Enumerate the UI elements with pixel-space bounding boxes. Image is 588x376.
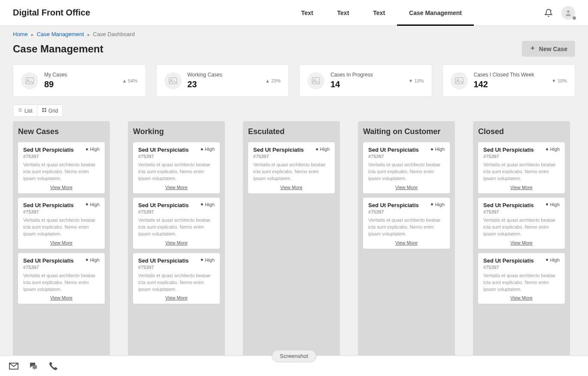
case-description: Veritatis et quasi architecto beatae ict… (138, 162, 215, 182)
case-title: Sed Ut Perspiciatis (368, 202, 419, 208)
case-id: #75397 (483, 209, 560, 214)
chat-icon[interactable] (28, 361, 39, 371)
kanban-column: Waiting on Customer Sed Ut Perspiciatis … (358, 121, 455, 357)
view-more-link[interactable]: View More (138, 185, 215, 190)
case-description: Veritatis et quasi architecto beatae ict… (253, 162, 330, 182)
priority-dot-icon (431, 148, 433, 150)
case-title: Sed Ut Perspiciatis (138, 147, 189, 153)
svg-rect-17 (42, 110, 44, 112)
priority-dot-icon (201, 203, 203, 205)
view-more-link[interactable]: View More (483, 295, 560, 300)
case-title: Sed Ut Perspiciatis (483, 257, 534, 264)
nav-right: TextTextTextCase Management (289, 0, 575, 26)
notifications-icon[interactable] (543, 7, 555, 19)
stat-value: 142 (474, 79, 546, 89)
view-list-button[interactable]: List (13, 105, 37, 116)
page-title: Case Management (13, 43, 103, 55)
priority-badge: High (201, 147, 215, 152)
image-placeholder-icon (164, 72, 182, 89)
case-id: #75397 (23, 265, 100, 270)
plus-icon (530, 45, 536, 52)
svg-point-1 (567, 10, 570, 13)
case-description: Veritatis et quasi architecto beatae ict… (138, 217, 215, 238)
priority-label: High (90, 147, 100, 152)
nav-item-text[interactable]: Text (325, 0, 361, 26)
case-card[interactable]: Sed Ut Perspiciatis High #75397 Veritati… (18, 198, 105, 249)
screenshot-chip[interactable]: Screenshot (272, 350, 316, 362)
new-case-label: New Case (539, 46, 567, 52)
case-id: #75397 (138, 154, 215, 159)
svg-rect-15 (42, 108, 44, 110)
view-more-link[interactable]: View More (368, 240, 445, 245)
priority-label: High (205, 257, 215, 263)
priority-dot-icon (546, 148, 548, 150)
case-card[interactable]: Sed Ut Perspiciatis High #75397 Veritati… (478, 253, 565, 304)
stat-value: 14 (330, 79, 403, 89)
new-case-button[interactable]: New Case (522, 41, 575, 57)
mail-icon[interactable] (9, 361, 19, 371)
stat-change-value: 13% (414, 78, 424, 83)
case-card[interactable]: Sed Ut Perspiciatis High #75397 Veritati… (363, 142, 450, 193)
phone-icon[interactable] (48, 361, 58, 371)
svg-rect-16 (45, 108, 46, 110)
view-more-link[interactable]: View More (483, 240, 560, 245)
stat-card[interactable]: Working Cases 23 ▲ 23% (156, 64, 289, 97)
bottom-bar: Screenshot (0, 355, 588, 376)
case-title: Sed Ut Perspiciatis (483, 147, 534, 153)
priority-badge: High (316, 147, 330, 152)
nav-item-text[interactable]: Text (289, 0, 325, 26)
priority-badge: High (86, 257, 100, 263)
case-id: #75397 (483, 154, 560, 159)
priority-badge: High (201, 257, 215, 263)
view-more-link[interactable]: View More (253, 185, 330, 190)
view-more-link[interactable]: View More (483, 185, 560, 190)
priority-badge: High (546, 202, 560, 207)
priority-label: High (435, 147, 445, 152)
case-id: #75397 (368, 154, 445, 159)
image-placeholder-icon (307, 72, 324, 89)
case-card[interactable]: Sed Ut Perspiciatis High #75397 Veritati… (478, 142, 565, 193)
stat-card[interactable]: Cases In Progress 14 ▼ 13% (299, 64, 432, 97)
case-card[interactable]: Sed Ut Perspiciatis High #75397 Veritati… (478, 198, 565, 249)
view-toggle: List Grid (0, 104, 588, 121)
case-card[interactable]: Sed Ut Perspiciatis High #75397 Veritati… (133, 253, 220, 304)
nav-item-text[interactable]: Text (361, 0, 397, 26)
view-more-link[interactable]: View More (23, 185, 100, 190)
stat-value: 89 (44, 79, 116, 89)
case-id: #75397 (368, 209, 445, 214)
stat-change-value: 23% (271, 78, 281, 83)
caret-down-icon: ▼ (409, 78, 413, 83)
breadcrumb-case-management[interactable]: Case Management (37, 31, 84, 37)
case-id: #75397 (23, 154, 100, 159)
case-card[interactable]: Sed Ut Perspiciatis High #75397 Veritati… (363, 198, 450, 249)
case-title: Sed Ut Perspiciatis (23, 147, 74, 153)
brand-title: Digital Front Office (13, 8, 90, 18)
priority-dot-icon (546, 203, 548, 205)
view-grid-button[interactable]: Grid (37, 105, 63, 116)
priority-badge: High (86, 202, 100, 207)
nav-item-case-management[interactable]: Case Management (397, 0, 474, 26)
case-card[interactable]: Sed Ut Perspiciatis High #75397 Veritati… (18, 253, 105, 304)
stat-change: ▼ 10% (552, 78, 567, 83)
case-title: Sed Ut Perspiciatis (138, 202, 189, 208)
case-card[interactable]: Sed Ut Perspiciatis High #75397 Veritati… (18, 142, 105, 193)
view-more-link[interactable]: View More (23, 240, 100, 245)
priority-dot-icon (546, 259, 548, 261)
view-more-link[interactable]: View More (138, 240, 215, 245)
svg-rect-10 (455, 77, 463, 83)
case-card[interactable]: Sed Ut Perspiciatis High #75397 Veritati… (133, 142, 220, 193)
kanban-column: Working Sed Ut Perspiciatis High #75397 … (128, 121, 225, 357)
priority-label: High (320, 147, 330, 152)
case-card[interactable]: Sed Ut Perspiciatis High #75397 Veritati… (133, 198, 220, 249)
user-avatar[interactable] (561, 6, 575, 20)
stat-card[interactable]: My Cases 89 ▲ 54% (13, 64, 146, 97)
grid-icon (42, 107, 47, 114)
case-id: #75397 (138, 265, 215, 270)
breadcrumb-home[interactable]: Home (13, 31, 28, 37)
stat-card[interactable]: Cases I Closed This Week 142 ▼ 10% (443, 64, 576, 97)
view-more-link[interactable]: View More (368, 185, 445, 190)
svg-rect-8 (312, 77, 320, 83)
case-card[interactable]: Sed Ut Perspiciatis High #75397 Veritati… (248, 142, 335, 193)
view-more-link[interactable]: View More (138, 295, 215, 300)
view-more-link[interactable]: View More (23, 295, 100, 300)
